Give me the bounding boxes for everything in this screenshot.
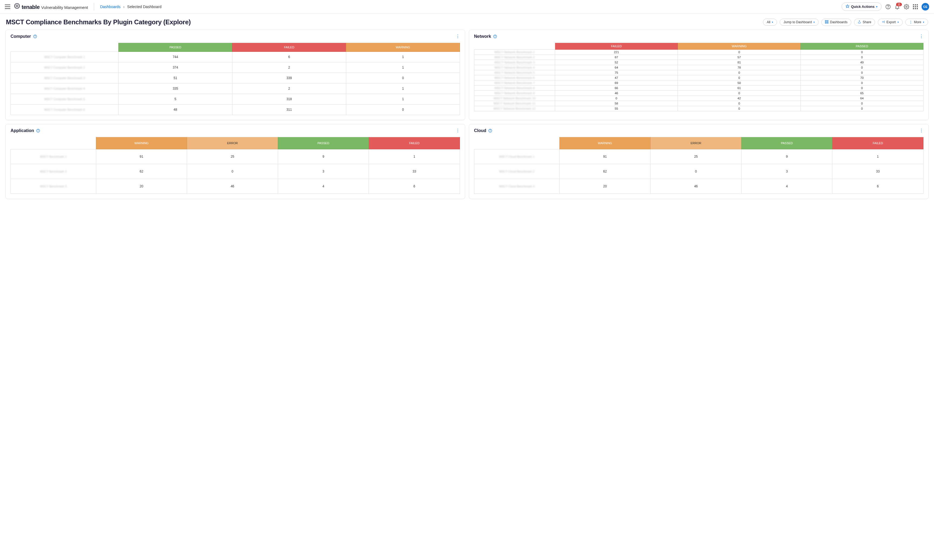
cell-warning: 78: [678, 65, 801, 70]
table-row: MSCT Network Benchmark 57500: [474, 70, 923, 75]
application-table: WARNING ERROR PASSED FAILED MSCT Benchma…: [11, 137, 460, 194]
table-row: MSCT Network Benchmark 866610: [474, 86, 923, 91]
cell-failed: 311: [232, 105, 346, 115]
cell-failed: 0: [555, 96, 678, 101]
svg-rect-10: [915, 6, 916, 7]
widget-more-icon[interactable]: ⋮: [919, 34, 923, 39]
table-row: MSCT Network Benchmark 1004264: [474, 96, 923, 101]
cell-warning: 1: [346, 62, 460, 73]
chevron-down-icon: ▾: [923, 21, 924, 23]
cell-warning: 81: [678, 60, 801, 65]
export-label: Export: [886, 20, 896, 24]
dashboards-button[interactable]: Dashboards: [821, 18, 851, 26]
cell-warning: 91: [96, 149, 187, 164]
help-icon[interactable]: [885, 4, 891, 9]
chevron-down-icon: ▾: [876, 5, 877, 8]
cell-failed: 2: [232, 62, 346, 73]
table-row: MSCT Network Benchmark 647070: [474, 75, 923, 80]
info-icon[interactable]: [493, 35, 497, 38]
cell-error: 0: [187, 164, 278, 179]
svg-rect-8: [917, 4, 918, 5]
cell-failed: 46: [555, 91, 678, 96]
quick-actions-label: Quick Actions: [851, 5, 875, 9]
widget-more-icon[interactable]: ⋮: [455, 128, 460, 133]
table-row: MSCT Benchmark 2620333: [11, 164, 460, 179]
cell-error: 0: [650, 164, 742, 179]
avatar[interactable]: CE: [922, 3, 929, 11]
row-label: MSCT Network Benchmark 9: [474, 91, 555, 96]
info-icon[interactable]: [488, 129, 492, 132]
table-corner: [474, 43, 555, 50]
settings-icon[interactable]: [904, 4, 909, 9]
jump-to-dashboard-button[interactable]: Jump to Dashboard ▾: [780, 18, 818, 26]
cell-error: 46: [650, 179, 742, 194]
cell-passed: 744: [118, 52, 232, 62]
cell-failed: 66: [555, 86, 678, 91]
table-corner: [474, 137, 560, 149]
hamburger-menu-icon[interactable]: [5, 5, 10, 9]
cell-passed: 5: [118, 94, 232, 105]
cell-passed: 9: [278, 149, 369, 164]
svg-rect-16: [827, 20, 828, 22]
breadcrumb: Dashboards › Selected Dashboard: [100, 5, 161, 9]
table-row: MSCT Computer Benchmark 553181: [11, 94, 460, 105]
col-header-failed: FAILED: [232, 43, 346, 52]
widget-more-icon[interactable]: ⋮: [455, 34, 460, 39]
cell-warning: 57: [678, 55, 801, 60]
svg-rect-6: [913, 4, 914, 5]
svg-rect-13: [915, 8, 916, 9]
export-button[interactable]: Export ▾: [878, 18, 903, 26]
table-row: MSCT Computer Benchmark 433521: [11, 83, 460, 94]
row-label: MSCT Cloud Benchmark 1: [474, 149, 560, 164]
table-row: MSCT Benchmark 1912591: [11, 149, 460, 164]
widget-network: Network ⋮ FAILED WARNING PASSED MSCT Net…: [469, 30, 929, 120]
topbar-actions: Quick Actions ▾ 11 CE: [841, 2, 929, 11]
col-header-passed: PASSED: [118, 43, 232, 52]
cell-passed: 9: [741, 149, 832, 164]
toolbar: All ▾ Jump to Dashboard ▾ Dashboards Sha…: [763, 18, 928, 26]
widget-title: Cloud: [474, 128, 486, 133]
row-label: MSCT Network Benchmark 10: [474, 96, 555, 101]
info-icon[interactable]: [36, 129, 40, 132]
cell-warning: 0: [346, 73, 460, 83]
row-label: MSCT Computer Benchmark 1: [11, 52, 119, 62]
breadcrumb-root[interactable]: Dashboards: [100, 5, 120, 9]
share-icon: [858, 20, 861, 24]
cell-failed: 2: [232, 83, 346, 94]
info-icon[interactable]: [33, 35, 37, 38]
cell-warning: 0: [678, 75, 801, 80]
cell-error: 46: [187, 179, 278, 194]
more-vertical-icon: ⋮: [909, 20, 912, 24]
col-header-passed: PASSED: [278, 137, 369, 149]
more-button[interactable]: ⋮ More ▾: [905, 18, 928, 26]
apps-grid-icon[interactable]: [913, 4, 918, 9]
table-row: MSCT Network Benchmark 946065: [474, 91, 923, 96]
col-header-failed: FAILED: [555, 43, 678, 50]
cell-failed: 47: [555, 75, 678, 80]
row-label: MSCT Network Benchmark 11: [474, 101, 555, 106]
cell-failed: 87: [555, 55, 678, 60]
svg-rect-12: [913, 8, 914, 9]
col-header-warning: WARNING: [559, 137, 650, 149]
cell-passed: 0: [801, 65, 923, 70]
cell-error: 25: [187, 149, 278, 164]
notifications-icon[interactable]: 11: [895, 4, 900, 9]
table-corner: [11, 43, 119, 52]
svg-rect-14: [917, 8, 918, 9]
cell-failed: 69: [555, 80, 678, 86]
cell-passed: 48: [118, 105, 232, 115]
row-label: MSCT Cloud Benchmark 3: [474, 179, 560, 194]
grid-icon: [825, 20, 828, 24]
share-button[interactable]: Share: [854, 18, 875, 26]
svg-marker-2: [846, 5, 849, 8]
cell-failed: 75: [555, 70, 678, 75]
widget-more-icon[interactable]: ⋮: [919, 128, 923, 133]
cell-passed: 335: [118, 83, 232, 94]
filter-all-button[interactable]: All ▾: [763, 18, 777, 26]
widget-title: Computer: [11, 34, 31, 39]
widget-cloud: Cloud ⋮ WARNING ERROR PASSED FAILED MSCT…: [469, 124, 929, 199]
svg-rect-18: [827, 22, 828, 23]
quick-actions-button[interactable]: Quick Actions ▾: [841, 2, 882, 11]
cell-failed: 1: [832, 149, 923, 164]
cell-warning: 0: [678, 101, 801, 106]
